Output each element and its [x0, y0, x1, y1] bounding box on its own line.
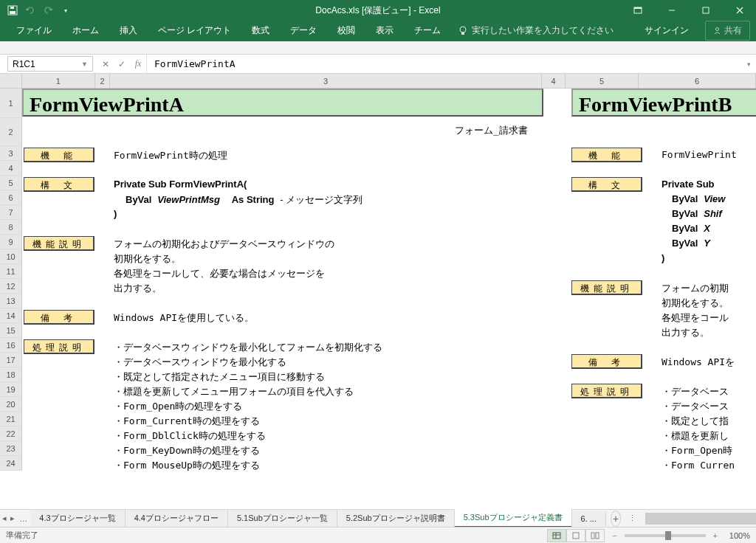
normal-view-icon[interactable] — [547, 529, 566, 542]
redo-icon[interactable] — [41, 4, 55, 17]
share-button[interactable]: 共有 — [705, 21, 750, 41]
col-header[interactable]: 4 — [542, 74, 566, 88]
formula-input[interactable]: FormViewPrintA — [147, 55, 741, 73]
cell-text: 初期化をする。 — [662, 297, 729, 310]
col-header[interactable]: 6 — [639, 74, 756, 88]
qat-dropdown-icon[interactable]: ▾ — [59, 4, 72, 17]
row-header[interactable]: 4 — [0, 161, 22, 176]
cell-text: ・データベース — [662, 400, 729, 413]
row-header[interactable]: 8 — [0, 220, 22, 235]
tab-home[interactable]: ホーム — [62, 20, 109, 41]
sheet-tab[interactable]: 4.4プロシージャフロー — [126, 510, 228, 527]
tab-nav-more[interactable]: … — [16, 514, 30, 523]
tell-me[interactable]: 実行したい作業を入力してください — [451, 20, 621, 41]
insert-function-icon[interactable]: fx — [130, 58, 146, 69]
title-cell-a[interactable]: FormViewPrintA — [22, 89, 543, 117]
undo-icon[interactable] — [24, 4, 37, 17]
row-header[interactable]: 14 — [0, 308, 22, 323]
cell-text: ) — [662, 252, 664, 263]
scrollbar-thumb[interactable] — [646, 513, 756, 524]
cell-text: Private Sub FormViewPrintA( — [114, 179, 247, 190]
enter-formula-icon[interactable]: ✓ — [114, 59, 130, 69]
cell-text: フォームの初期化およびデータベースウィンドウの — [114, 238, 334, 251]
page-layout-view-icon[interactable] — [566, 529, 585, 542]
cell-text: ・Form_Current時の処理をする — [114, 415, 260, 428]
cell-text: ・Form MouseUp時の処理をする — [114, 459, 260, 472]
status-ready: 準備完了 — [6, 530, 38, 541]
col-header[interactable]: 2 — [95, 74, 110, 88]
row-header[interactable]: 9 — [0, 235, 22, 249]
row-header[interactable]: 24 — [0, 456, 22, 471]
tab-pagelayout[interactable]: ページ レイアウト — [148, 20, 241, 41]
quick-access-toolbar: ▾ — [0, 4, 72, 17]
tab-nav-next-icon[interactable]: ▸ — [8, 513, 16, 523]
lightbulb-icon — [458, 26, 467, 36]
row-header[interactable]: 5 — [0, 176, 22, 190]
row-header[interactable]: 17 — [0, 353, 22, 367]
row-header[interactable]: 12 — [0, 279, 22, 294]
col-header[interactable]: 5 — [566, 74, 639, 88]
tab-formulas[interactable]: 数式 — [241, 20, 280, 41]
close-icon[interactable] — [724, 0, 756, 21]
row-header[interactable]: 1 — [0, 89, 22, 118]
ribbon-display-icon[interactable] — [622, 0, 654, 21]
tab-data[interactable]: データ — [280, 20, 327, 41]
row-header[interactable]: 23 — [0, 441, 22, 456]
cell-text: ・Form_DblClick時の処理をする — [114, 429, 266, 443]
row-header[interactable]: 13 — [0, 294, 22, 308]
row-header[interactable]: 3 — [0, 146, 22, 161]
minimize-icon[interactable] — [656, 0, 688, 21]
signin-button[interactable]: サインイン — [634, 20, 699, 41]
zoom-out-icon[interactable]: − — [612, 531, 616, 540]
add-sheet-icon[interactable]: + — [611, 511, 621, 527]
row-header[interactable]: 11 — [0, 264, 22, 279]
sheet-tab[interactable]: 5.2Subプロシージャ説明書 — [337, 510, 455, 527]
save-icon[interactable] — [6, 4, 19, 17]
tab-options[interactable]: ⋮ — [625, 513, 639, 523]
tab-view[interactable]: 表示 — [365, 20, 404, 41]
expand-formula-icon[interactable]: ▾ — [741, 55, 756, 73]
cell-text: FormViewPrint時の処理 — [114, 149, 227, 162]
maximize-icon[interactable] — [690, 0, 722, 21]
zoom-level[interactable]: 100% — [718, 531, 750, 540]
row-header[interactable]: 10 — [0, 249, 22, 264]
row-header[interactable]: 18 — [0, 367, 22, 382]
zoom-thumb[interactable] — [665, 531, 671, 540]
row-header[interactable]: 22 — [0, 426, 22, 441]
tab-file[interactable]: ファイル — [6, 20, 62, 41]
spreadsheet-grid[interactable]: 1 2 3 4 5 6 7 8 9 10 11 12 13 14 15 16 1… — [0, 89, 756, 520]
sheet-tab[interactable]: 5.1Subプロシージャ一覧 — [228, 510, 337, 527]
chevron-down-icon[interactable]: ▼ — [81, 60, 88, 68]
zoom-slider[interactable] — [625, 534, 706, 537]
cancel-formula-icon[interactable]: ✕ — [97, 59, 114, 69]
sheet-tab[interactable]: 4.3プロシージャ一覧 — [30, 510, 125, 527]
svg-rect-16 — [591, 533, 594, 539]
cell-text: ・データベース — [662, 385, 729, 398]
title-cell-b[interactable]: FormViewPrintB — [571, 89, 756, 117]
col-header[interactable]: 3 — [110, 74, 542, 88]
pagebreak-view-icon[interactable] — [585, 529, 605, 542]
tab-insert[interactable]: 挿入 — [109, 20, 148, 41]
sheet-tab[interactable]: 6. ... — [572, 511, 606, 526]
cell-text: ・データベースウィンドウを最小化してフォームを初期化する — [114, 341, 382, 354]
row-header[interactable]: 2 — [0, 118, 22, 146]
col-header[interactable]: 1 — [22, 74, 95, 88]
name-box[interactable]: R1C1 ▼ — [7, 56, 93, 72]
row-header[interactable]: 6 — [0, 190, 22, 205]
svg-rect-12 — [553, 533, 560, 539]
row-header[interactable]: 15 — [0, 323, 22, 338]
horizontal-scrollbar[interactable] — [645, 513, 756, 525]
row-header[interactable]: 21 — [0, 412, 22, 426]
row-header[interactable]: 20 — [0, 397, 22, 412]
row-header[interactable]: 7 — [0, 205, 22, 220]
sheet-tab-active[interactable]: 5.3Subプロシージャ定義書 — [455, 509, 572, 528]
tab-review[interactable]: 校閲 — [327, 20, 365, 41]
tab-team[interactable]: チーム — [404, 20, 451, 41]
row-header[interactable]: 16 — [0, 338, 22, 353]
row-header[interactable]: 19 — [0, 382, 22, 397]
select-all-corner[interactable] — [0, 74, 22, 88]
tab-nav-prev-icon[interactable]: ◂ — [0, 513, 8, 523]
column-headers: 1 2 3 4 5 6 — [0, 74, 756, 89]
cell-text: ・データベースウィンドウを最小化する — [114, 356, 286, 369]
cell-text: 初期化をする。 — [114, 252, 181, 266]
